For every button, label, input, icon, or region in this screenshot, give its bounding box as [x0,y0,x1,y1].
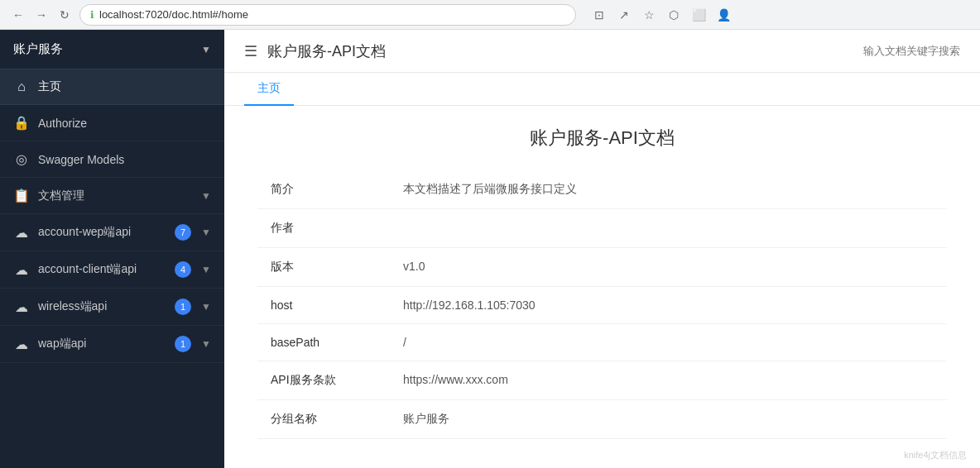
badge-wap: 1 [175,336,191,352]
field-key: 简介 [257,170,390,209]
badge-account-client: 4 [175,261,191,278]
sidebar-item-home[interactable]: ⌂ 主页 [0,69,224,105]
sidebar-item-label: 主页 [38,79,211,94]
bookmark-button[interactable]: ☆ [639,5,659,25]
browser-chrome: ← → ↻ ℹ localhost:7020/doc.html#/home ⊡ … [0,0,980,30]
field-value: 账户服务 [390,400,947,439]
home-icon: ⌂ [13,79,30,94]
window-toggle-button[interactable]: ⬜ [689,5,709,25]
table-row: 作者 [257,209,947,248]
sidebar-item-swagger-models[interactable]: ◎ Swagger Models [0,141,224,178]
field-value: https://www.xxx.com [390,361,947,400]
sidebar-item-label: wireless端api [38,299,166,314]
field-key: API服务条款 [257,361,390,400]
sidebar-item-label: account-client端api [38,262,166,277]
field-value: / [390,324,947,361]
sidebar: 账户服务 ▼ ⌂ 主页 🔒 Authorize ◎ Swagger Models… [0,30,224,468]
field-value: 本文档描述了后端微服务接口定义 [390,170,947,209]
badge-account-wep: 7 [175,224,191,241]
sidebar-title: 账户服务 [13,41,63,57]
table-row: 简介 本文档描述了后端微服务接口定义 [257,170,947,209]
table-row: host http://192.168.1.105:7030 [257,287,947,324]
share-button[interactable]: ↗ [614,5,634,25]
table-row: basePath / [257,324,947,361]
badge-wireless: 1 [175,298,191,315]
document-icon: 📋 [13,188,30,203]
table-row: 版本 v1.0 [257,248,947,287]
main-content: ☰ 账户服务-API文档 主页 账户服务-API文档 简介 本文档描述了后端微服… [224,30,980,468]
model-icon: ◎ [13,151,30,167]
cloud-icon: ☁ [13,337,30,352]
watermark: knife4j文档信息 [224,442,980,468]
sidebar-item-account-wep[interactable]: ☁ account-wep端api 7 ▼ [0,214,224,251]
expand-icon: ▼ [201,338,211,350]
search-input[interactable] [795,45,960,57]
browser-toolbar: ⊡ ↗ ☆ ⬡ ⬜ 👤 [589,5,733,25]
expand-icon: ▼ [201,227,211,238]
expand-icon: ▼ [201,190,211,202]
sidebar-item-label: 文档管理 [38,189,191,203]
expand-icon: ▼ [201,301,211,313]
sidebar-item-label: Swagger Models [38,153,211,166]
lock-icon: 🔒 [13,115,30,131]
page-title: 账户服务-API文档 [267,41,386,61]
main-header: ☰ 账户服务-API文档 [224,30,980,73]
hamburger-icon[interactable]: ☰ [244,42,257,60]
sidebar-item-label: account-wep端api [38,225,166,240]
tabs-bar: 主页 [224,73,980,106]
sidebar-item-account-client[interactable]: ☁ account-client端api 4 ▼ [0,251,224,289]
doc-content: 账户服务-API文档 简介 本文档描述了后端微服务接口定义 作者 版本 v1.0 [224,106,980,442]
field-value: v1.0 [390,248,947,287]
table-row: API服务条款 https://www.xxx.com [257,361,947,400]
sidebar-item-doc-management[interactable]: 📋 文档管理 ▼ [0,178,224,214]
doc-table: 简介 本文档描述了后端微服务接口定义 作者 版本 v1.0 host http:… [257,170,947,442]
header-left: ☰ 账户服务-API文档 [244,41,386,61]
field-value: http://192.168.1.105:7030 [390,287,947,324]
screen-share-button[interactable]: ⊡ [589,5,609,25]
extension-button[interactable]: ⬡ [664,5,684,25]
sidebar-collapse-icon[interactable]: ▼ [201,44,211,55]
table-row: 分组名称 账户服务 [257,400,947,439]
cloud-icon: ☁ [13,225,30,241]
reload-button[interactable]: ↻ [56,7,73,23]
field-key: 版本 [257,248,390,287]
tab-home[interactable]: 主页 [244,73,294,106]
url-text: localhost:7020/doc.html#/home [99,8,248,21]
ssl-icon: ℹ [90,9,94,21]
field-key: 作者 [257,209,390,248]
sidebar-item-label: wap端api [38,337,166,351]
expand-icon: ▼ [201,264,211,275]
sidebar-item-label: Authorize [38,117,211,130]
profile-button[interactable]: 👤 [713,5,733,25]
field-key: basePath [257,324,390,361]
sidebar-item-wap[interactable]: ☁ wap端api 1 ▼ [0,326,224,363]
field-key: 分组名称 [257,400,390,439]
sidebar-header[interactable]: 账户服务 ▼ [0,30,224,69]
field-value [390,209,947,248]
field-key: host [257,287,390,324]
back-button[interactable]: ← [10,7,26,23]
cloud-icon: ☁ [13,262,30,278]
doc-title: 账户服务-API文档 [257,126,947,150]
sidebar-item-authorize[interactable]: 🔒 Authorize [0,105,224,141]
cloud-icon: ☁ [13,299,30,315]
forward-button[interactable]: → [33,7,50,23]
sidebar-item-wireless[interactable]: ☁ wireless端api 1 ▼ [0,289,224,326]
url-bar[interactable]: ℹ localhost:7020/doc.html#/home [79,4,576,26]
app-container: 账户服务 ▼ ⌂ 主页 🔒 Authorize ◎ Swagger Models… [0,30,980,468]
